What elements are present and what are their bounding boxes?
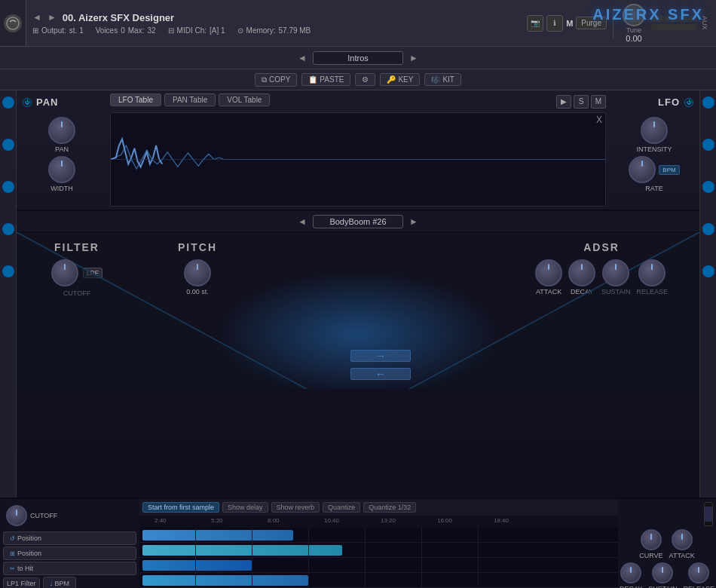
seq-lane-2	[139, 543, 618, 558]
m-btn[interactable]: M	[591, 95, 606, 109]
position-btn-2[interactable]: ⊞ Position	[3, 547, 136, 560]
filter-label: FILTER	[54, 241, 99, 253]
show-delay-btn[interactable]: Show delay	[222, 502, 268, 513]
table-tabs: LFO Table PAN Table VOL Table	[110, 93, 270, 106]
release-label: RELEASE	[636, 288, 668, 296]
midi-value: [A] 1	[210, 26, 225, 35]
cutoff-knob[interactable]	[51, 259, 78, 286]
quantize-btn[interactable]: Quantize	[323, 502, 360, 513]
top-bar-right: 📷 ℹ M Purge Tune 0.00 AUX	[521, 0, 716, 46]
intensity-label: INTENSITY	[636, 145, 672, 153]
pan-knob-label: PAN	[55, 145, 69, 153]
ruler-mark-1: 5:20	[211, 517, 223, 524]
pan-knob[interactable]	[48, 117, 75, 144]
preset-prev[interactable]: ◄	[298, 53, 307, 63]
sustain-knob[interactable]	[602, 259, 629, 286]
right-edge-btn-2[interactable]	[702, 139, 714, 151]
kit-button[interactable]: 🎼 KIT	[424, 73, 461, 86]
right-edge-btn-3[interactable]	[702, 181, 714, 193]
settings-button[interactable]: ⚙	[355, 73, 375, 86]
intensity-knob[interactable]	[641, 117, 668, 144]
waveform-display: X	[110, 112, 606, 207]
right-attack-knob[interactable]	[672, 529, 693, 550]
decay-knob[interactable]	[568, 259, 595, 286]
left-edge-btn-2[interactable]	[2, 139, 14, 151]
output-icon: ⊞	[32, 26, 38, 35]
lpf-badge[interactable]: LPF	[83, 268, 103, 278]
right-arrow-btn[interactable]: →	[350, 350, 411, 362]
max-value: 32	[147, 26, 155, 35]
key-button[interactable]: 🔑 KEY	[380, 73, 420, 86]
attack-knob[interactable]	[535, 259, 562, 286]
left-edge-btn-1[interactable]	[2, 96, 14, 109]
main-area: ⏻ PAN PAN WIDTH LFO Table PAN Table	[0, 90, 716, 498]
left-edge-btn-3[interactable]	[2, 181, 14, 193]
pan-power-btn[interactable]: ⏻	[23, 98, 32, 107]
sample-prev[interactable]: ◄	[298, 216, 307, 227]
s-btn[interactable]: S	[574, 95, 589, 109]
copy-icon: ⧉	[262, 75, 267, 84]
lfo-table-tab[interactable]: LFO Table	[110, 93, 161, 106]
nav-prev-arrow[interactable]: ◄	[32, 12, 41, 23]
pitch-knob[interactable]	[184, 259, 211, 286]
start-sample-btn[interactable]: Start from first sample	[142, 502, 219, 513]
ruler-mark-2: 8:00	[268, 517, 280, 524]
ruler-mark-6: 18:40	[494, 517, 509, 524]
right-edge-btn-5[interactable]	[702, 265, 714, 277]
right-release-label: RELEASE	[684, 585, 715, 588]
copy-button[interactable]: ⧉ COPY	[255, 73, 297, 87]
right-sustain-knob[interactable]	[652, 562, 673, 583]
sample-dropdown[interactable]: BodyBoom #26	[313, 215, 403, 228]
position-btn-1[interactable]: ↺ Position	[3, 531, 136, 545]
nav-next-arrow[interactable]: ►	[47, 12, 57, 23]
tune-section: Tune 0.00	[620, 1, 648, 46]
lfo-pan-section: ⏻ PAN PAN WIDTH LFO Table PAN Table	[17, 90, 699, 211]
play-btn[interactable]: ▶	[556, 95, 571, 109]
output-label: Output:	[41, 26, 66, 35]
curve-knob[interactable]	[641, 529, 662, 550]
tune-value: 0.00	[626, 34, 641, 43]
to-hit-button[interactable]: ✂ to Hit	[3, 562, 136, 575]
right-edge-btn-1[interactable]	[702, 96, 714, 109]
pan-table-tab[interactable]: PAN Table	[164, 93, 216, 106]
paste-icon: 📋	[308, 75, 317, 84]
preset-dropdown[interactable]: Intros	[313, 51, 403, 65]
vol-table-tab[interactable]: VOL Table	[219, 93, 270, 106]
left-edge-btn-5[interactable]	[2, 265, 14, 277]
seq-bar-3[interactable]	[142, 560, 252, 571]
sustain-label: SUSTAIN	[601, 288, 630, 296]
filter-select[interactable]: LP1 Filter	[3, 577, 40, 588]
show-reverb-btn[interactable]: Show reverb	[271, 502, 320, 513]
right-edge-btn-4[interactable]	[702, 223, 714, 235]
seq-bar-1[interactable]	[142, 530, 293, 541]
bpm-badge[interactable]: BPM	[659, 165, 679, 175]
position-icon-1: ↺	[10, 535, 15, 542]
purge-button[interactable]: Purge	[576, 17, 607, 29]
transport-buttons: ▶ S M	[556, 95, 606, 109]
lfo-power-btn[interactable]: ⏻	[684, 98, 693, 107]
close-button[interactable]: X	[596, 115, 602, 125]
info-btn[interactable]: ℹ	[546, 15, 563, 32]
width-knob[interactable]	[48, 156, 75, 183]
left-arrow-btn[interactable]: ←	[350, 368, 411, 380]
quantize-val-btn[interactable]: Quantize 1/32	[363, 502, 416, 513]
bottom-cutoff-knob[interactable]	[6, 505, 27, 526]
fpa-section: FILTER LPF CUTOFF PITCH 0.00 st.	[17, 232, 699, 498]
preset-next[interactable]: ►	[409, 53, 418, 63]
midi-label: MIDI Ch:	[177, 26, 207, 35]
tune-knob[interactable]	[623, 4, 645, 26]
right-decay-knob[interactable]	[620, 562, 641, 583]
cutoff-label: CUTOFF	[63, 289, 90, 297]
bpm-button[interactable]: ♩ BPM	[43, 577, 77, 588]
left-edge-btn-4[interactable]	[2, 223, 14, 235]
pitch-section: PITCH 0.00 st.	[137, 232, 258, 498]
seq-bar-2[interactable]	[142, 545, 342, 556]
release-knob[interactable]	[638, 259, 666, 286]
right-release-knob[interactable]	[688, 562, 709, 583]
paste-button[interactable]: 📋 PASTE	[301, 73, 350, 86]
seq-bar-4[interactable]	[142, 575, 308, 586]
voices-value: 0	[121, 26, 125, 35]
rate-knob[interactable]	[629, 156, 656, 183]
sample-next[interactable]: ►	[409, 216, 418, 227]
screenshot-btn[interactable]: 📷	[527, 15, 543, 32]
